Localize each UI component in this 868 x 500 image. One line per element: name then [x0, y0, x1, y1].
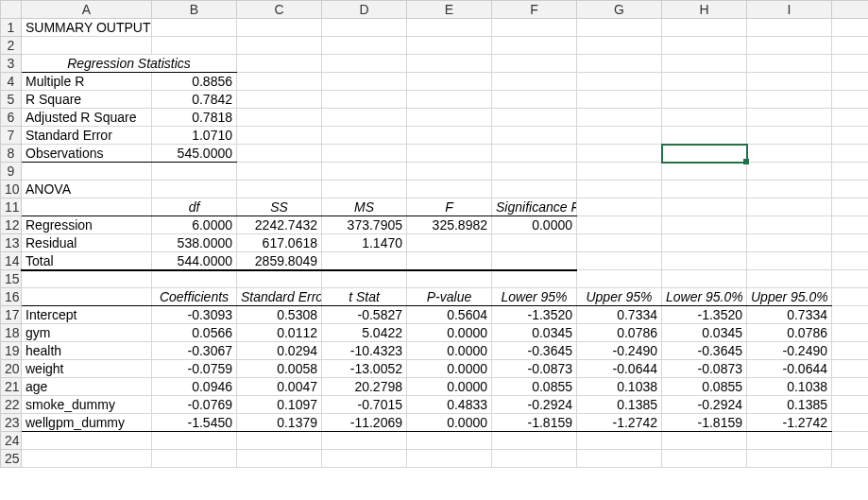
cell-I11[interactable]: [747, 198, 832, 216]
cell-H17[interactable]: -1.3520: [662, 306, 747, 324]
row-header-23[interactable]: 23: [1, 414, 22, 432]
cell-C13[interactable]: 617.0618: [237, 234, 322, 252]
cell-E22[interactable]: 0.4833: [407, 396, 492, 414]
cell-B5[interactable]: 0.7842: [152, 91, 237, 109]
cell-E11[interactable]: F: [407, 198, 492, 216]
cell-C25[interactable]: [237, 450, 322, 468]
row-header-1[interactable]: 1: [1, 19, 22, 37]
cell-C6[interactable]: [237, 109, 322, 127]
cell-A5[interactable]: R Square: [22, 91, 152, 109]
cell-E21[interactable]: 0.0000: [407, 378, 492, 396]
row-header-25[interactable]: 25: [1, 450, 22, 468]
cell-J12[interactable]: [832, 216, 869, 234]
cell-E23[interactable]: 0.0000: [407, 414, 492, 432]
cell-I14[interactable]: [747, 252, 832, 270]
cell-F2[interactable]: [492, 37, 577, 55]
cell-G13[interactable]: [577, 234, 662, 252]
row-header-4[interactable]: 4: [1, 73, 22, 91]
cell-H23[interactable]: -1.8159: [662, 414, 747, 432]
cell-J9[interactable]: [832, 163, 869, 181]
cell-E6[interactable]: [407, 109, 492, 127]
cell-D13[interactable]: 1.1470: [322, 234, 407, 252]
cell-A23[interactable]: wellgpm_dummy: [22, 414, 152, 432]
cell-H3[interactable]: [662, 55, 747, 73]
cell-I2[interactable]: [747, 37, 832, 55]
cell-G14[interactable]: [577, 252, 662, 270]
cell-H22[interactable]: -0.2924: [662, 396, 747, 414]
cell-H19[interactable]: -0.3645: [662, 342, 747, 360]
cell-E9[interactable]: [407, 163, 492, 181]
cell-C4[interactable]: [237, 73, 322, 91]
cell-C19[interactable]: 0.0294: [237, 342, 322, 360]
cell-D22[interactable]: -0.7015: [322, 396, 407, 414]
cell-D24[interactable]: [322, 432, 407, 450]
cell-F3[interactable]: [492, 55, 577, 73]
cell-D5[interactable]: [322, 91, 407, 109]
cell-H13[interactable]: [662, 234, 747, 252]
cell-B12[interactable]: 6.0000: [152, 216, 237, 234]
cell-H24[interactable]: [662, 432, 747, 450]
cell-E14[interactable]: [407, 252, 492, 270]
cell-F18[interactable]: 0.0345: [492, 324, 577, 342]
cell-D8[interactable]: [322, 145, 407, 163]
cell-I9[interactable]: [747, 163, 832, 181]
cell-E4[interactable]: [407, 73, 492, 91]
cell-I19[interactable]: -0.2490: [747, 342, 832, 360]
cell-I12[interactable]: [747, 216, 832, 234]
cell-D10[interactable]: [322, 181, 407, 198]
cell-C14[interactable]: 2859.8049: [237, 252, 322, 270]
cell-B20[interactable]: -0.0759: [152, 360, 237, 378]
cell-G6[interactable]: [577, 109, 662, 127]
col-header-A[interactable]: A: [22, 1, 152, 19]
cell-A2[interactable]: [22, 37, 152, 55]
cell-A11[interactable]: [22, 198, 152, 216]
cell-J8[interactable]: [832, 145, 869, 163]
select-all-corner[interactable]: [1, 1, 22, 19]
cell-I7[interactable]: [747, 127, 832, 145]
cell-B21[interactable]: 0.0946: [152, 378, 237, 396]
cell-C3[interactable]: [237, 55, 322, 73]
cell-E17[interactable]: 0.5604: [407, 306, 492, 324]
cell-C15[interactable]: [237, 270, 322, 288]
row-header-20[interactable]: 20: [1, 360, 22, 378]
cell-J17[interactable]: [832, 306, 869, 324]
cell-H4[interactable]: [662, 73, 747, 91]
cell-H5[interactable]: [662, 91, 747, 109]
cell-H9[interactable]: [662, 163, 747, 181]
cell-D19[interactable]: -10.4323: [322, 342, 407, 360]
row-header-5[interactable]: 5: [1, 91, 22, 109]
row-header-7[interactable]: 7: [1, 127, 22, 145]
cell-J18[interactable]: [832, 324, 869, 342]
cell-A1[interactable]: SUMMARY OUTPUT: [22, 19, 152, 37]
cell-H8[interactable]: [662, 145, 747, 163]
cell-G23[interactable]: -1.2742: [577, 414, 662, 432]
row-header-6[interactable]: 6: [1, 109, 22, 127]
cell-J16[interactable]: [832, 288, 869, 306]
cell-G22[interactable]: 0.1385: [577, 396, 662, 414]
cell-D6[interactable]: [322, 109, 407, 127]
row-header-11[interactable]: 11: [1, 198, 22, 216]
row-header-19[interactable]: 19: [1, 342, 22, 360]
cell-B25[interactable]: [152, 450, 237, 468]
cell-H21[interactable]: 0.0855: [662, 378, 747, 396]
cell-J22[interactable]: [832, 396, 869, 414]
cell-D17[interactable]: -0.5827: [322, 306, 407, 324]
col-header-I[interactable]: I: [747, 1, 832, 19]
cell-G19[interactable]: -0.2490: [577, 342, 662, 360]
cell-F21[interactable]: 0.0855: [492, 378, 577, 396]
cell-I23[interactable]: -1.2742: [747, 414, 832, 432]
cell-H18[interactable]: 0.0345: [662, 324, 747, 342]
cell-C22[interactable]: 0.1097: [237, 396, 322, 414]
cell-G18[interactable]: 0.0786: [577, 324, 662, 342]
cell-J1[interactable]: [832, 19, 869, 37]
cell-H11[interactable]: [662, 198, 747, 216]
col-header-B[interactable]: B: [152, 1, 237, 19]
cell-F4[interactable]: [492, 73, 577, 91]
cell-D7[interactable]: [322, 127, 407, 145]
cell-C18[interactable]: 0.0112: [237, 324, 322, 342]
cell-A21[interactable]: age: [22, 378, 152, 396]
cell-G10[interactable]: [577, 181, 662, 198]
cell-E7[interactable]: [407, 127, 492, 145]
cell-E8[interactable]: [407, 145, 492, 163]
cell-A25[interactable]: [22, 450, 152, 468]
